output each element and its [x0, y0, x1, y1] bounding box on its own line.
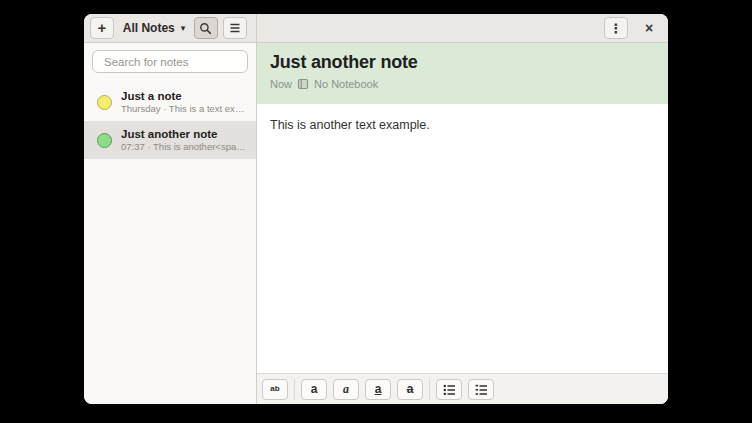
close-icon: ×: [645, 20, 653, 36]
new-note-button[interactable]: +: [90, 17, 114, 39]
note-body-editor[interactable]: This is another text example.: [257, 104, 668, 373]
notebook-icon: [297, 78, 309, 90]
note-list-item[interactable]: Just a note Thursday · This is a text ex…: [84, 83, 256, 121]
kebab-menu-icon: ⋮: [610, 22, 623, 35]
bullet-list-icon: [443, 384, 456, 395]
titlebar-right-pane: ⋮ ×: [257, 14, 668, 42]
note-body-text: This is another text example.: [270, 118, 430, 132]
note-color-dot: [97, 133, 112, 148]
italic-button[interactable]: a: [333, 379, 359, 400]
note-header: Just another note Now No Notebook: [257, 43, 668, 104]
note-notebook-label[interactable]: No Notebook: [314, 78, 378, 90]
strikethrough-button[interactable]: a: [397, 379, 423, 400]
format-toolbar: ab a a a a: [257, 373, 668, 404]
bullet-list-button[interactable]: [436, 379, 462, 400]
note-item-title: Just another note: [121, 128, 248, 140]
search-icon: [199, 22, 212, 35]
notes-filter-dropdown[interactable]: All Notes ▾: [121, 21, 188, 35]
note-list-item-selected[interactable]: Just another note 07:37 · This is anothe…: [84, 121, 256, 159]
main-menu-button[interactable]: [223, 17, 247, 39]
note-item-title: Just a note: [121, 90, 248, 102]
toolbar-separator: [429, 379, 430, 400]
text-size-icon: ab: [270, 385, 279, 393]
close-window-button[interactable]: ×: [640, 19, 658, 37]
note-timestamp: Now: [270, 78, 292, 90]
chevron-down-icon: ▾: [181, 23, 186, 33]
ordered-list-icon: [475, 384, 488, 395]
ordered-list-button[interactable]: [468, 379, 494, 400]
notes-sidebar: Just a note Thursday · This is a text ex…: [84, 43, 257, 404]
italic-icon: a: [343, 383, 349, 395]
content-area: Just a note Thursday · This is a text ex…: [84, 43, 668, 404]
notes-app-window: + All Notes ▾ ⋮: [84, 14, 668, 404]
titlebar-left-pane: + All Notes ▾: [84, 14, 257, 42]
text-size-button[interactable]: ab: [262, 379, 288, 400]
titlebar: + All Notes ▾ ⋮: [84, 14, 668, 43]
hamburger-menu-icon: [229, 23, 241, 33]
bold-button[interactable]: a: [301, 379, 327, 400]
search-input[interactable]: [104, 56, 258, 68]
note-color-dot: [97, 95, 112, 110]
notes-filter-label: All Notes: [123, 21, 175, 35]
bold-icon: a: [311, 383, 318, 395]
underline-icon: a: [375, 383, 382, 395]
underline-button[interactable]: a: [365, 379, 391, 400]
strikethrough-icon: a: [407, 383, 414, 395]
notes-search-field[interactable]: [92, 50, 248, 73]
note-menu-button[interactable]: ⋮: [604, 17, 628, 39]
note-editor-pane: Just another note Now No Notebook This i…: [257, 43, 668, 404]
search-toggle-button[interactable]: [194, 17, 218, 39]
note-title: Just another note: [270, 52, 654, 73]
note-item-meta: Thursday · This is a text example.: [121, 103, 248, 114]
toolbar-separator: [294, 379, 295, 400]
plus-icon: +: [98, 20, 107, 35]
note-item-meta: 07:37 · This is another<span style…: [121, 141, 248, 152]
